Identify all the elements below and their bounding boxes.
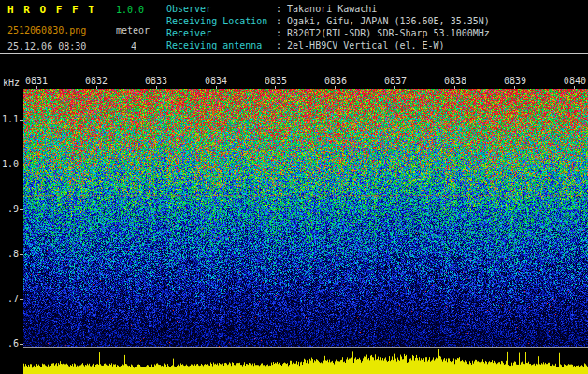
station-info-row: Observer: Takanori Kawachi bbox=[166, 3, 490, 15]
station-info-row: Receiving Location: Ogaki, Gifu, JAPAN (… bbox=[166, 15, 490, 27]
freq-tick-label: .9 bbox=[7, 205, 19, 214]
time-tick-label: 0834 bbox=[205, 77, 227, 86]
app-title: H R O F F T bbox=[7, 4, 96, 16]
freq-tick-label: .7 bbox=[7, 295, 19, 304]
hrofft-app-window: H R O F F T 1.0.0 2512060830.png meteor … bbox=[0, 0, 588, 374]
freq-tick-label: .6 bbox=[7, 339, 19, 349]
time-tick-label: 0831 bbox=[25, 77, 48, 86]
freq-tick: .9 bbox=[7, 205, 23, 214]
time-tick: 0840 bbox=[564, 77, 586, 89]
frequency-axis: 1.11.0.9.8.7.6 bbox=[0, 89, 23, 347]
station-info-value: : Takanori Kawachi bbox=[276, 4, 377, 14]
freq-tick: .7 bbox=[7, 295, 23, 304]
station-info-label: Receiving Location bbox=[166, 15, 276, 27]
header-separator-line bbox=[0, 53, 588, 54]
time-tick: 0839 bbox=[504, 77, 526, 89]
time-tick-label: 0837 bbox=[384, 77, 407, 86]
station-info-value: : Ogaki, Gifu, JAPAN (136.60E, 35.35N) bbox=[276, 16, 490, 26]
time-tick-label: 0833 bbox=[145, 77, 167, 86]
time-tick: 0832 bbox=[85, 77, 108, 89]
time-tick-label: 0836 bbox=[324, 77, 347, 86]
time-tick: 0834 bbox=[205, 77, 227, 89]
freq-tick: .8 bbox=[7, 250, 23, 259]
time-tick: 0835 bbox=[265, 77, 287, 89]
station-info-label: Observer bbox=[166, 3, 276, 15]
observation-mode-label: meteor bbox=[116, 25, 150, 36]
station-info-row: Receiving antenna: 2el-HB9CV Vertical (e… bbox=[166, 39, 490, 51]
output-filename: 2512060830.png bbox=[7, 25, 86, 36]
time-tick-label: 0832 bbox=[85, 77, 108, 86]
meteor-count: 4 bbox=[131, 41, 136, 51]
station-info-label: Receiving antenna bbox=[166, 39, 276, 51]
station-info-row: Receiver: R820T2(RTL-SDR) SDR-Sharp 53.1… bbox=[166, 27, 490, 39]
app-version-label: 1.0.0 bbox=[116, 5, 144, 15]
freq-tick: .6 bbox=[7, 339, 23, 349]
freq-tick-label: .8 bbox=[7, 250, 19, 259]
freq-tick-label: 1.1 bbox=[2, 115, 19, 124]
signal-strength-graph bbox=[23, 348, 588, 374]
observation-datetime: 25.12.06 08:30 bbox=[7, 41, 86, 51]
freq-tick: 1.0 bbox=[2, 160, 23, 169]
station-info-value: : 2el-HB9CV Vertical (el. E-W) bbox=[276, 40, 445, 50]
time-tick: 0833 bbox=[145, 77, 167, 89]
station-info-value: : R820T2(RTL-SDR) SDR-Sharp 53.1000MHz bbox=[276, 28, 490, 38]
time-axis: 0831083208330834083508360837083808390840 bbox=[23, 77, 588, 89]
station-info-table: Observer: Takanori KawachiReceiving Loca… bbox=[166, 3, 490, 51]
station-info-label: Receiver bbox=[166, 27, 276, 39]
time-tick-label: 0839 bbox=[504, 77, 526, 86]
freq-unit-label: kHz bbox=[3, 78, 20, 88]
time-tick: 0838 bbox=[444, 77, 466, 89]
time-tick-label: 0835 bbox=[265, 77, 287, 86]
spectrogram-waterfall bbox=[23, 89, 588, 347]
time-tick-label: 0838 bbox=[444, 77, 466, 86]
time-tick-label: 0840 bbox=[564, 77, 586, 86]
freq-tick-label: 1.0 bbox=[2, 160, 19, 169]
freq-tick: 1.1 bbox=[2, 115, 23, 124]
time-tick: 0831 bbox=[25, 77, 48, 89]
time-tick: 0837 bbox=[384, 77, 407, 89]
time-tick: 0836 bbox=[324, 77, 347, 89]
